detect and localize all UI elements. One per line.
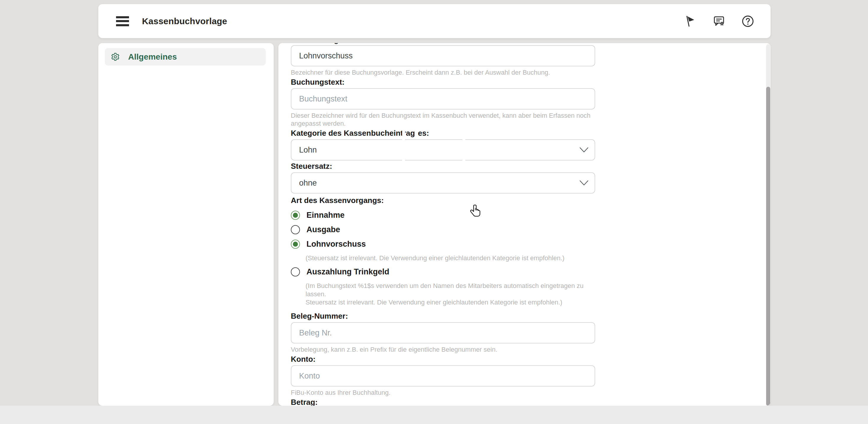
feedback-message-icon[interactable] (712, 14, 726, 28)
help-icon[interactable] (741, 14, 755, 28)
radio-ausgabe[interactable]: Ausgabe (291, 225, 595, 234)
sidebar-item-label: Allgemeines (128, 52, 177, 62)
scrollbar (766, 44, 770, 406)
chevron-down-icon (579, 147, 589, 153)
radio-circle (291, 225, 300, 234)
steuersatz-label: Steuersatz: (291, 162, 595, 170)
radio-circle (291, 211, 300, 220)
kategorie-select-value: Lohn (299, 145, 317, 155)
sidebar-item-allgemeines[interactable]: Allgemeines (105, 48, 266, 66)
buchungstext-label: Buchungstext: (291, 77, 595, 87)
render-artifact-strip (462, 129, 465, 161)
bezeichnung-label-cutoff: Bezeichnung: (291, 43, 595, 45)
beleg-helper: Vorbelegung, kann z.B. ein Prefix für di… (291, 346, 595, 354)
buchungstext-input[interactable] (291, 88, 595, 109)
render-artifact-strip (402, 129, 405, 161)
hamburger-menu-icon[interactable] (116, 16, 129, 26)
page-title: Kassenbuchvorlage (142, 16, 227, 26)
buchungstext-helper: Dieser Bezeichner wird für den Buchungst… (291, 111, 595, 127)
radio-circle (291, 239, 300, 249)
sidebar: Allgemeines (98, 43, 274, 406)
konto-input[interactable] (291, 365, 595, 387)
konto-helper: FiBu-Konto aus Ihrer Buchhaltung. (291, 389, 595, 397)
flag-icon[interactable] (683, 14, 697, 28)
konto-label: Konto: (291, 355, 595, 363)
kategorie-label: Kategorie des Kassenbucheintrages: (291, 129, 595, 137)
form-panel: Bezeichnung: Bezeichner für diese Buchun… (278, 43, 771, 406)
steuersatz-select-value: ohne (299, 178, 317, 188)
trinkgeld-helper: (Im Buchungstext %1$s verwenden um den N… (306, 282, 595, 306)
radio-circle (291, 267, 300, 276)
radio-einnahme[interactable]: Einnahme (291, 211, 595, 220)
scrollbar-thumb[interactable] (766, 87, 770, 406)
bezeichnung-input[interactable] (291, 45, 595, 66)
beleg-input[interactable] (291, 322, 595, 344)
bezeichnung-helper: Bezeichner für diese Buchungsvorlage. Er… (291, 68, 595, 76)
steuersatz-select[interactable]: ohne (291, 172, 595, 194)
kategorie-select[interactable]: Lohn (291, 139, 595, 161)
betrag-label: Betrag: (291, 398, 595, 406)
header-bar: Kassenbuchvorlage (98, 4, 771, 38)
chevron-down-icon (579, 180, 589, 186)
radio-lohnvorschuss[interactable]: Lohnvorschuss (291, 239, 595, 249)
radio-auszahlung-trinkgeld[interactable]: Auszahlung Trinkgeld (291, 267, 595, 276)
gear-icon (111, 52, 120, 61)
beleg-label: Beleg-Nummer: (291, 312, 595, 320)
page-bottom-strip (0, 406, 868, 424)
art-radio-group: Einnahme Ausgabe Lohnvorschuss (Steuersa… (291, 211, 595, 306)
lohnvorschuss-helper: (Steuersatz ist irrelevant. Die Verwendu… (306, 254, 595, 262)
art-label: Art des Kassenvorgangs: (291, 196, 595, 205)
